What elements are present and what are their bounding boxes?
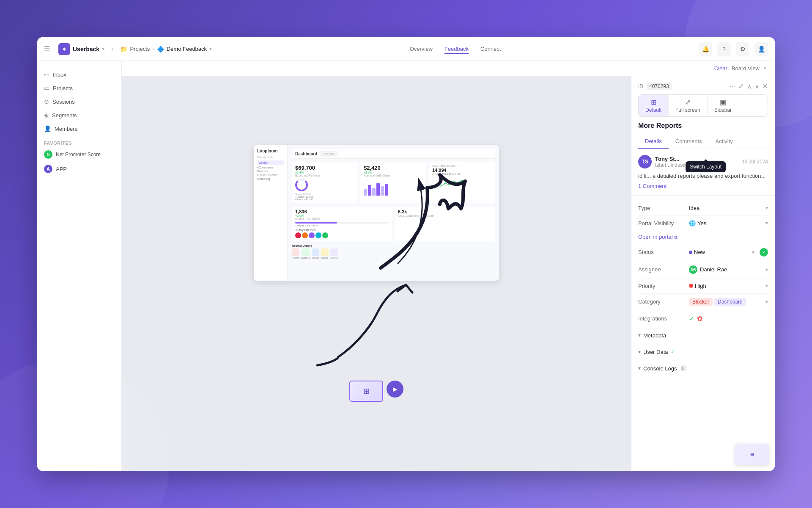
user-data-collapse-icon: ▾ xyxy=(638,349,641,355)
detail-row-category: Category Blocker Dashboard ▾ xyxy=(638,294,768,310)
board-view-dropdown[interactable]: ▾ xyxy=(764,66,766,71)
details-scroll: Type Idea ▾ Portal Visibility xyxy=(631,196,775,471)
layout-sidebar[interactable]: ▣ Sidebar xyxy=(708,95,738,116)
detail-panel: ID 4070293 ··· ⤢ ∧ ∨ ✕ xyxy=(631,76,775,471)
console-logs-section[interactable]: ▾ Console Logs 5 xyxy=(638,360,768,377)
sidebar-item-segments[interactable]: ◈ Segments xyxy=(37,108,121,122)
console-logs-label: Console Logs xyxy=(643,365,677,372)
open-in-portal-link[interactable]: Open in portal ⧉ xyxy=(638,234,678,240)
members-icon: 👤 xyxy=(44,125,51,132)
panel-tabs: Details Comments Activity xyxy=(638,135,768,149)
layout-fullscreen[interactable]: ⤢ Full screen xyxy=(669,95,708,116)
nps-icon: N xyxy=(44,150,52,159)
feedback-label[interactable]: Demo Feedback xyxy=(167,46,207,52)
tab-activity[interactable]: Activity xyxy=(709,135,740,149)
nav-separator: › xyxy=(111,45,113,53)
sidebar-label-segments: Segments xyxy=(52,112,77,119)
assignee-name: Daniel Rae xyxy=(700,266,727,273)
more-options-icon[interactable]: ··· xyxy=(730,83,735,90)
sidebar-fav-nps[interactable]: N Net Promoter Score xyxy=(37,147,121,162)
fake-main-content: Dashboard Search... $69,700 +2.3% Expect… xyxy=(288,145,499,281)
tab-details[interactable]: Details xyxy=(638,135,669,149)
integration-error-icon[interactable]: ✿ xyxy=(697,315,702,323)
toolbar-right: Clear Board View ▾ xyxy=(714,65,766,72)
fullscreen-layout-label: Full screen xyxy=(675,107,700,113)
play-button[interactable]: ▶ xyxy=(387,381,403,398)
logo-dropdown[interactable]: ▾ xyxy=(102,46,104,52)
status-text: New xyxy=(694,249,705,255)
feedback-icon: 🔷 xyxy=(157,46,164,52)
nps-label: Net Promoter Score xyxy=(56,152,101,157)
console-logs-count: 5 xyxy=(680,365,687,371)
status-dropdown-arrow: ▾ xyxy=(752,249,754,255)
portal-dropdown-arrow: ▾ xyxy=(765,220,768,226)
bottom-right-card: ⊞ xyxy=(735,444,769,465)
nav-right: 🔔 ? ⚙ 👤 xyxy=(699,42,768,56)
board-view-label[interactable]: Board View xyxy=(732,65,760,72)
main-content: ▭ Inbox ▭ Projects ⊙ Sessions ◈ Segments… xyxy=(37,61,775,471)
category-dropdown[interactable]: Blocker Dashboard ▾ xyxy=(689,298,768,306)
category-dropdown-arrow: ▾ xyxy=(765,299,768,305)
priority-dot xyxy=(689,284,693,288)
status-dot xyxy=(689,251,692,254)
next-icon[interactable]: ∨ xyxy=(755,83,759,90)
portal-visibility-value: 🌐 Yes ▾ xyxy=(689,220,768,226)
assignee-dropdown-arrow: ▾ xyxy=(765,267,768,273)
portal-visibility-label: Portal Visibility xyxy=(638,220,689,226)
sidebar-label-projects: Projects xyxy=(53,85,73,91)
thumbnail-preview[interactable]: ⊞ xyxy=(349,381,383,402)
hamburger-icon[interactable]: ☰ xyxy=(44,45,50,53)
sidebar-item-members[interactable]: 👤 Members xyxy=(37,122,121,135)
portal-visibility-text: Yes xyxy=(697,220,706,226)
category-label: Category xyxy=(638,298,689,305)
sidebar-fav-app[interactable]: A APP xyxy=(37,162,121,176)
integration-check-icon[interactable]: ✓ xyxy=(689,315,694,323)
comment-link[interactable]: 1 Comment xyxy=(638,183,768,189)
feedback-dropdown[interactable]: ▾ xyxy=(209,46,212,52)
metadata-collapse-icon: ▾ xyxy=(638,332,641,338)
default-layout-label: Default xyxy=(645,107,661,113)
top-nav: ☰ Userback ▾ › 📁 Projects › 🔷 Demo Feedb… xyxy=(37,37,775,61)
status-confirm-icon[interactable]: ✓ xyxy=(760,248,768,257)
panel-title: More Reports xyxy=(638,122,768,130)
metadata-label: Metadata xyxy=(643,332,666,339)
prev-icon[interactable]: ∧ xyxy=(747,83,752,90)
nav-tab-overview[interactable]: Overview xyxy=(410,44,433,54)
metadata-section[interactable]: ▾ Metadata xyxy=(638,327,768,344)
projects-list-icon: ▭ xyxy=(44,85,49,91)
clear-button[interactable]: Clear xyxy=(714,65,727,72)
toolbar: Clear Board View ▾ xyxy=(122,61,775,76)
detail-row-assignee: Assignee DR Daniel Rae ▾ xyxy=(638,261,768,279)
id-badge: 4070293 xyxy=(647,83,672,90)
help-icon[interactable]: ? xyxy=(717,42,731,56)
status-dropdown[interactable]: New ▾ ✓ xyxy=(689,248,768,257)
nav-tab-feedback[interactable]: Feedback xyxy=(444,44,469,54)
detail-row-integrations: Integrations ✓ ✿ xyxy=(638,310,768,327)
assignee-value: DR Daniel Rae ▾ xyxy=(689,265,768,274)
close-icon[interactable]: ✕ xyxy=(763,82,768,90)
projects-label[interactable]: Projects xyxy=(130,46,150,52)
settings-icon[interactable]: ⚙ xyxy=(736,42,749,56)
type-dropdown[interactable]: Idea ▾ xyxy=(689,205,768,211)
id-icon: ID xyxy=(638,83,643,89)
notifications-icon[interactable]: 🔔 xyxy=(699,42,712,56)
sidebar-item-sessions[interactable]: ⊙ Sessions xyxy=(37,95,121,108)
layout-default[interactable]: ⊞ Default xyxy=(639,95,669,116)
favorites-label: Favorites xyxy=(37,135,121,147)
sidebar-item-projects[interactable]: ▭ Projects xyxy=(37,81,121,95)
assignee-dropdown[interactable]: DR Daniel Rae ▾ xyxy=(689,265,768,274)
layout-options-container: ⊞ Default ⤢ Full screen ▣ Sidebar xyxy=(638,94,768,117)
integrations-label: Integrations xyxy=(638,315,689,322)
console-logs-collapse-icon: ▾ xyxy=(638,365,641,371)
priority-dropdown[interactable]: High ▾ xyxy=(689,283,768,289)
status-value: New ▾ ✓ xyxy=(689,248,768,257)
sidebar-item-inbox[interactable]: ▭ Inbox xyxy=(37,68,121,81)
user-data-section[interactable]: ▾ User Data ✓ xyxy=(638,344,768,360)
tab-comments[interactable]: Comments xyxy=(669,135,709,149)
portal-dropdown[interactable]: 🌐 Yes ▾ xyxy=(689,220,768,226)
profile-icon[interactable]: 👤 xyxy=(754,42,768,56)
detail-row-status: Status New ▾ ✓ xyxy=(638,244,768,261)
open-portal-row: Open in portal ⧉ xyxy=(638,231,768,244)
nav-tab-connect[interactable]: Connect xyxy=(480,44,501,54)
expand-icon[interactable]: ⤢ xyxy=(738,82,744,90)
